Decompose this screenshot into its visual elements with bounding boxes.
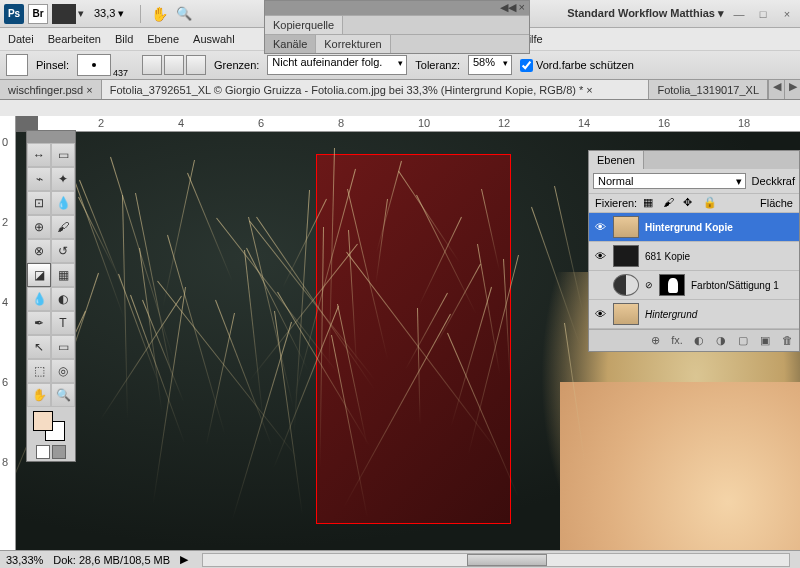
wand-tool[interactable]: ✦ bbox=[51, 167, 75, 191]
fx-icon[interactable]: fx. bbox=[669, 334, 685, 347]
new-layer-icon[interactable]: ▣ bbox=[757, 334, 773, 347]
blur-tool[interactable]: 💧 bbox=[27, 287, 51, 311]
status-doc[interactable]: Dok: 28,6 MB/108,5 MB bbox=[53, 554, 170, 566]
marquee-tool[interactable]: ▭ bbox=[51, 143, 75, 167]
link-icon: ⊘ bbox=[645, 280, 653, 290]
quickmask-toggle[interactable] bbox=[36, 445, 50, 459]
menu-ebene[interactable]: Ebene bbox=[147, 33, 179, 45]
workspace-switcher[interactable]: Standard Workflow Matthias ▾ bbox=[567, 7, 724, 20]
minibridge-icon[interactable] bbox=[52, 4, 76, 24]
hand-tool[interactable]: ✋ bbox=[27, 383, 51, 407]
gradient-tool[interactable]: ▦ bbox=[51, 263, 75, 287]
lock-all-icon[interactable]: 🔒 bbox=[703, 196, 717, 210]
zoom-tool[interactable]: 🔍 bbox=[51, 383, 75, 407]
layer-row[interactable]: ⊘ Farbton/Sättigung 1 bbox=[589, 271, 799, 300]
group-icon[interactable]: ▢ bbox=[735, 334, 751, 347]
mask-icon[interactable]: ◐ bbox=[691, 334, 707, 347]
lasso-tool[interactable]: ⌁ bbox=[27, 167, 51, 191]
lock-paint-icon[interactable]: 🖌 bbox=[663, 196, 677, 210]
stamp-tool[interactable]: ⊗ bbox=[27, 239, 51, 263]
path-tool[interactable]: ↖ bbox=[27, 335, 51, 359]
tab-scroll-left[interactable]: ◀ bbox=[768, 80, 784, 99]
brush-picker[interactable] bbox=[77, 54, 111, 76]
menu-auswahl[interactable]: Auswahl bbox=[193, 33, 235, 45]
document-tabs: wischfinger.psd × Fotolia_3792651_XL © G… bbox=[0, 80, 800, 100]
layer-name[interactable]: Farbton/Sättigung 1 bbox=[691, 280, 795, 291]
layer-row[interactable]: 👁 Hintergrund Kopie bbox=[589, 213, 799, 242]
hand-tool-icon[interactable]: ✋ bbox=[151, 6, 168, 22]
shape-tool[interactable]: ▭ bbox=[51, 335, 75, 359]
foreground-color[interactable] bbox=[33, 411, 53, 431]
options-bar: Pinsel: 437 Grenzen: Nicht aufeinander f… bbox=[0, 50, 800, 80]
brush-size: 437 bbox=[113, 68, 128, 78]
close-button[interactable]: × bbox=[778, 8, 796, 20]
visibility-icon[interactable] bbox=[593, 279, 607, 291]
toolbox: ↔▭ ⌁✦ ⊡💧 ⊕🖌 ⊗↺ ◪▦ 💧◐ ✒T ↖▭ ⬚◎ ✋🔍 bbox=[26, 130, 76, 462]
layer-name[interactable]: 681 Kopie bbox=[645, 251, 795, 262]
brush-options-icons[interactable] bbox=[142, 55, 206, 75]
lock-position-icon[interactable]: ✥ bbox=[683, 196, 697, 210]
dodge-tool[interactable]: ◐ bbox=[51, 287, 75, 311]
horizontal-ruler: 24681012141618 bbox=[38, 116, 800, 132]
doc-tab-1[interactable]: wischfinger.psd × bbox=[0, 80, 102, 99]
maximize-button[interactable]: □ bbox=[754, 8, 772, 20]
zoom-tool-icon[interactable]: 🔍 bbox=[176, 6, 192, 21]
adjustment-icon[interactable]: ◑ bbox=[713, 334, 729, 347]
layer-mask-thumb[interactable] bbox=[659, 274, 685, 296]
tolerance-input[interactable]: 58% bbox=[468, 55, 512, 75]
3d-camera-tool[interactable]: ◎ bbox=[51, 359, 75, 383]
pen-tool[interactable]: ✒ bbox=[27, 311, 51, 335]
tool-preset-picker[interactable] bbox=[6, 54, 28, 76]
panel-collapse-icon[interactable]: ◀◀ × bbox=[500, 1, 525, 15]
photoshop-icon[interactable]: Ps bbox=[4, 4, 24, 24]
zoom-level[interactable]: 33,3 ▾ bbox=[94, 7, 124, 20]
brush-tool[interactable]: 🖌 bbox=[51, 215, 75, 239]
tab-ebenen[interactable]: Ebenen bbox=[589, 151, 644, 169]
blend-mode-select[interactable]: Normal bbox=[593, 173, 746, 189]
floating-panel-group[interactable]: ◀◀ × Kopierquelle Kanäle Korrekturen bbox=[264, 0, 530, 54]
layer-thumb[interactable] bbox=[613, 216, 639, 238]
3d-tool[interactable]: ⬚ bbox=[27, 359, 51, 383]
type-tool[interactable]: T bbox=[51, 311, 75, 335]
doc-tab-2[interactable]: Fotolia_3792651_XL © Giorgio Gruizza - F… bbox=[102, 80, 650, 99]
minimize-button[interactable]: — bbox=[730, 8, 748, 20]
link-layers-icon[interactable]: ⊕ bbox=[647, 334, 663, 347]
screenmode-toggle[interactable] bbox=[52, 445, 66, 459]
layer-thumb[interactable] bbox=[613, 303, 639, 325]
status-zoom[interactable]: 33,33% bbox=[6, 554, 43, 566]
tab-kanaele[interactable]: Kanäle bbox=[265, 35, 316, 53]
visibility-icon[interactable]: 👁 bbox=[593, 250, 607, 262]
layer-name[interactable]: Hintergrund bbox=[645, 309, 795, 320]
layer-row[interactable]: 👁 681 Kopie bbox=[589, 242, 799, 271]
history-brush-tool[interactable]: ↺ bbox=[51, 239, 75, 263]
menu-hilfe[interactable]: ilfe bbox=[529, 33, 543, 45]
layer-name[interactable]: Hintergrund Kopie bbox=[645, 222, 795, 233]
heal-tool[interactable]: ⊕ bbox=[27, 215, 51, 239]
color-swatches[interactable] bbox=[27, 407, 75, 443]
layers-panel: Ebenen Normal Deckkraf Fixieren: ▦ 🖌 ✥ 🔒… bbox=[588, 150, 800, 352]
bridge-icon[interactable]: Br bbox=[28, 4, 48, 24]
move-tool[interactable]: ↔ bbox=[27, 143, 51, 167]
eraser-tool[interactable]: ◪ bbox=[27, 263, 51, 287]
limits-select[interactable]: Nicht aufeinander folg. bbox=[267, 55, 407, 75]
horizontal-scrollbar[interactable] bbox=[202, 553, 790, 567]
adjustment-thumb[interactable] bbox=[613, 274, 639, 296]
status-arrow-icon[interactable]: ▶ bbox=[180, 553, 188, 566]
visibility-icon[interactable]: 👁 bbox=[593, 221, 607, 233]
layer-row[interactable]: 👁 Hintergrund bbox=[589, 300, 799, 329]
menu-datei[interactable]: Datei bbox=[8, 33, 34, 45]
lock-transparency-icon[interactable]: ▦ bbox=[643, 196, 657, 210]
protect-foreground-checkbox[interactable]: Vord.farbe schützen bbox=[520, 59, 634, 72]
menu-bearbeiten[interactable]: Bearbeiten bbox=[48, 33, 101, 45]
delete-layer-icon[interactable]: 🗑 bbox=[779, 334, 795, 347]
visibility-icon[interactable]: 👁 bbox=[593, 308, 607, 320]
tab-kopierquelle[interactable]: Kopierquelle bbox=[265, 16, 343, 34]
tab-korrekturen[interactable]: Korrekturen bbox=[316, 35, 390, 53]
crop-tool[interactable]: ⊡ bbox=[27, 191, 51, 215]
doc-tab-3[interactable]: Fotolia_1319017_XL bbox=[649, 80, 768, 99]
eyedropper-tool[interactable]: 💧 bbox=[51, 191, 75, 215]
tolerance-label: Toleranz: bbox=[415, 59, 460, 71]
layer-thumb[interactable] bbox=[613, 245, 639, 267]
menu-bild[interactable]: Bild bbox=[115, 33, 133, 45]
tab-scroll-right[interactable]: ▶ bbox=[784, 80, 800, 99]
